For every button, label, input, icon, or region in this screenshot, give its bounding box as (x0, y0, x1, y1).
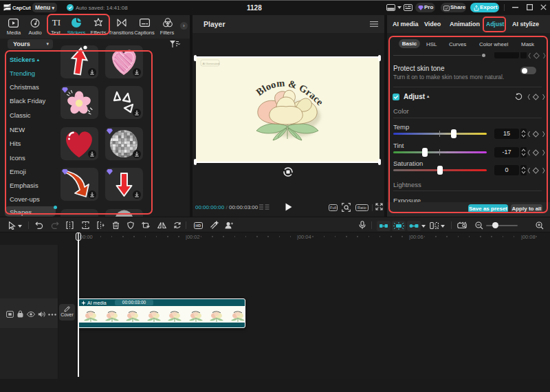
svg-text:AI Generated: AI Generated (203, 62, 221, 65)
svg-text:HD: HD (195, 224, 201, 228)
